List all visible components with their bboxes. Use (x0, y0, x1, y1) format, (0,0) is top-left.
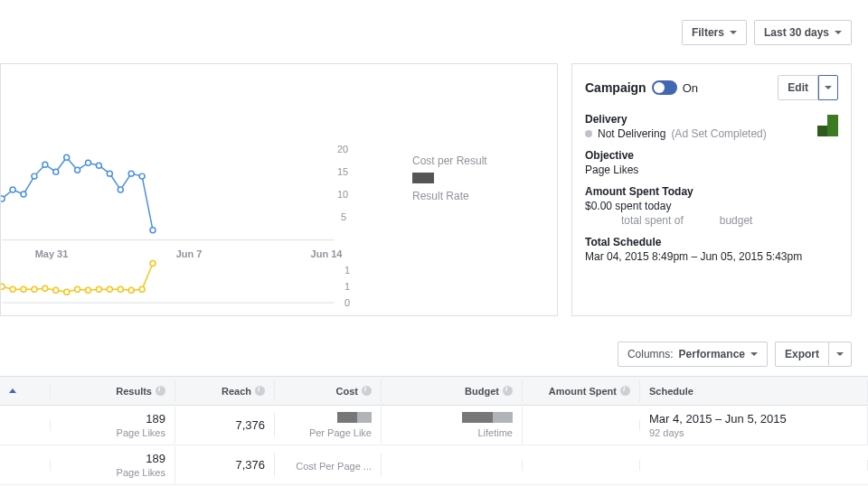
svg-point-4 (32, 173, 37, 179)
export-button-group: Export (775, 342, 852, 367)
export-dropdown-button[interactable] (828, 342, 852, 367)
svg-point-30 (139, 286, 145, 292)
svg-point-28 (118, 286, 123, 292)
svg-point-19 (21, 286, 26, 292)
filters-button[interactable]: Filters (682, 20, 747, 45)
y-tick: 1 (344, 281, 350, 292)
svg-point-13 (128, 171, 134, 176)
header-schedule[interactable]: Schedule (640, 380, 868, 402)
svg-point-21 (42, 285, 48, 291)
date-range-button[interactable]: Last 30 days (754, 20, 852, 45)
cell-schedule-sub: 92 days (649, 427, 684, 438)
svg-point-17 (1, 284, 5, 289)
caret-down-icon (750, 352, 758, 356)
y-tick: 15 (337, 166, 348, 177)
svg-point-8 (75, 167, 80, 173)
svg-point-27 (107, 286, 112, 292)
svg-point-26 (96, 286, 101, 292)
columns-button[interactable]: Columns: Performance (618, 342, 768, 367)
edit-button-group: Edit (778, 75, 838, 100)
header-reach-label: Reach (222, 386, 251, 397)
redacted-block (493, 412, 513, 423)
delivery-detail: (Ad Set Completed) (671, 127, 766, 140)
header-results-label: Results (116, 386, 152, 397)
cell-reach: 7,376 (235, 418, 265, 432)
cell-schedule: Mar 4, 2015 – Jun 5, 2015 (649, 412, 787, 426)
caret-down-icon (730, 31, 737, 34)
svg-point-24 (75, 286, 80, 292)
info-icon (620, 386, 630, 396)
objective-heading: Objective (585, 149, 838, 162)
info-icon (362, 386, 372, 396)
redacted-block (357, 412, 372, 423)
cell-budget-sub: Lifetime (477, 427, 513, 438)
export-label: Export (785, 348, 819, 360)
sort-header[interactable] (0, 383, 51, 398)
date-range-label: Last 30 days (764, 26, 829, 39)
info-icon (156, 386, 165, 396)
svg-point-20 (32, 286, 37, 292)
table-row[interactable]: 189Page Likes 7,376 Per Page Like Lifeti… (0, 406, 868, 445)
legend-swatch (412, 173, 434, 183)
cell-cost-sub: Cost Per Page ... (296, 461, 372, 472)
y-tick: 20 (337, 144, 348, 154)
caret-down-icon (836, 352, 844, 356)
header-spent-label: Amount Spent (549, 386, 617, 397)
svg-point-11 (107, 171, 112, 176)
svg-point-6 (53, 169, 59, 174)
campaign-title: Campaign (585, 80, 646, 95)
edit-button[interactable]: Edit (778, 75, 818, 100)
y-tick: 1 (344, 265, 350, 276)
cell-results-sub: Page Likes (117, 427, 165, 438)
header-budget[interactable]: Budget (382, 380, 523, 402)
chart-panel: 20 15 10 5 May 31 Jun 7 Jun 14 1 1 0 (0, 63, 558, 316)
campaign-toggle[interactable] (652, 80, 677, 95)
svg-point-2 (10, 187, 15, 192)
columns-prefix: Columns: (627, 348, 674, 360)
header-cost-label: Cost (336, 386, 358, 397)
header-cost[interactable]: Cost (275, 380, 382, 402)
cell-results: 189 (146, 412, 165, 426)
x-tick: Jun 7 (162, 248, 216, 259)
redacted-block (462, 412, 493, 423)
objective-value: Page Likes (585, 164, 838, 176)
svg-point-31 (150, 260, 156, 266)
redacted-block (337, 412, 357, 423)
edit-label: Edit (788, 81, 808, 94)
svg-rect-33 (827, 115, 838, 136)
svg-point-14 (139, 173, 145, 179)
edit-dropdown-button[interactable] (818, 75, 838, 100)
info-icon (255, 386, 265, 396)
svg-point-1 (1, 196, 5, 201)
svg-point-18 (10, 286, 15, 292)
header-reach[interactable]: Reach (175, 380, 275, 402)
svg-point-23 (64, 289, 70, 295)
header-budget-label: Budget (465, 386, 499, 397)
campaign-on-label: On (683, 81, 698, 95)
schedule-value: Mar 04, 2015 8:49pm – Jun 05, 2015 5:43p… (585, 250, 838, 263)
header-schedule-label: Schedule (649, 386, 693, 397)
delivery-status: Not Delivering (598, 127, 665, 140)
y-tick: 10 (337, 189, 348, 200)
header-spent[interactable]: Amount Spent (523, 380, 640, 402)
table-row[interactable]: 189Page Likes 7,376 Cost Per Page ... (0, 445, 868, 485)
table-toolbar: Columns: Performance Export (618, 342, 852, 367)
spent-sub-right: budget (720, 214, 753, 227)
svg-point-10 (96, 163, 101, 168)
filters-label: Filters (692, 26, 724, 39)
svg-point-12 (118, 187, 123, 192)
caret-down-icon (825, 86, 832, 89)
cell-results: 189 (146, 452, 165, 465)
export-button[interactable]: Export (775, 342, 828, 367)
legend-cost-label: Cost per Result (412, 154, 487, 167)
columns-value: Performance (679, 348, 745, 360)
svg-point-15 (150, 228, 156, 233)
spent-heading: Amount Spent Today (585, 185, 838, 198)
top-filter-bar: Filters Last 30 days (682, 20, 852, 45)
chart-legend: Cost per Result Result Rate (412, 154, 487, 202)
header-results[interactable]: Results (51, 380, 175, 402)
legend-rate-label: Result Rate (412, 190, 487, 202)
x-tick: Jun 14 (299, 248, 354, 259)
cell-results-sub: Page Likes (117, 467, 165, 478)
table-header-row: Results Reach Cost Budget Amount Spent S… (0, 377, 868, 406)
